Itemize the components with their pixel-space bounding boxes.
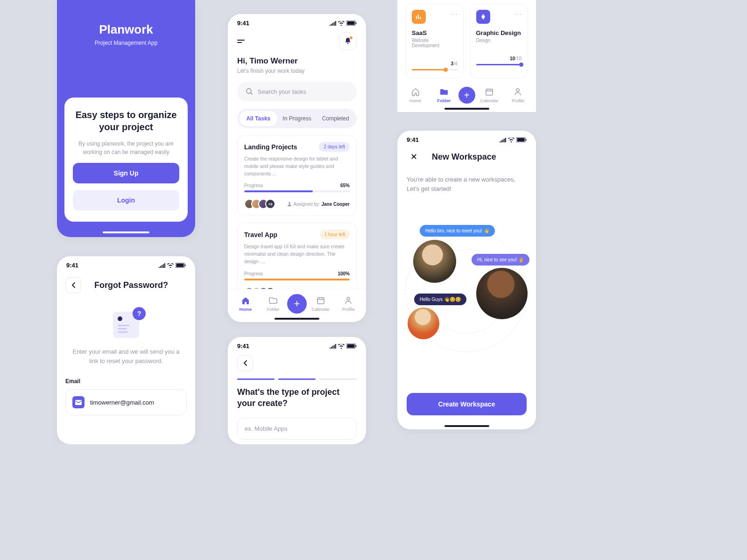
tab-completed[interactable]: Completed bbox=[317, 111, 354, 126]
status-bar: 9:41 bbox=[397, 131, 536, 147]
svg-rect-15 bbox=[486, 89, 493, 95]
home-icon bbox=[241, 296, 250, 305]
deadline-badge: 2 days left bbox=[319, 142, 350, 152]
nav-profile[interactable]: Profile bbox=[335, 296, 363, 312]
search-icon bbox=[246, 88, 253, 95]
forgot-password-screen: 9:41 Forgot Password? ? Enter your email… bbox=[57, 256, 195, 444]
search-placeholder: Search your tasks bbox=[258, 88, 306, 95]
project-type-input[interactable]: ex. Mobile Apps bbox=[237, 418, 357, 440]
svg-rect-6 bbox=[356, 22, 357, 24]
home-icon bbox=[411, 88, 420, 96]
menu-icon[interactable] bbox=[237, 40, 245, 43]
pen-icon bbox=[476, 10, 490, 24]
status-bar: 9:41 bbox=[228, 337, 366, 353]
project-card-saas[interactable]: ⋮ SaaS Website Development 3/4 bbox=[406, 4, 464, 78]
brand-block: Planwork Project Management App bbox=[57, 0, 195, 46]
card-progress bbox=[476, 64, 522, 65]
fab-add-button[interactable]: + bbox=[287, 294, 307, 314]
greeting-sub: Let's finish your work today bbox=[237, 68, 357, 74]
tab-bar: All Tasks In Progress Completed bbox=[237, 109, 357, 128]
card-title: Graphic Design bbox=[476, 29, 522, 36]
create-workspace-button[interactable]: Create Workspace bbox=[407, 393, 527, 415]
step-indicator bbox=[228, 371, 366, 380]
nav-calendar[interactable]: Calendar bbox=[307, 296, 335, 312]
avatars: +3 bbox=[244, 199, 275, 209]
nav-home[interactable]: Home bbox=[401, 88, 430, 103]
task-title: Landing Projects bbox=[244, 143, 297, 151]
close-button[interactable]: ✕ bbox=[407, 150, 421, 164]
onboard-title: Easy steps to organize your project bbox=[73, 109, 179, 133]
back-button[interactable] bbox=[237, 355, 253, 371]
card-subtitle: Website Development bbox=[412, 38, 458, 48]
task-desc: Design travel app UI Kit and make sure c… bbox=[244, 243, 350, 265]
tab-in-progress[interactable]: In Progress bbox=[278, 111, 316, 126]
brand-tagline: Project Management App bbox=[57, 40, 195, 46]
mail-icon bbox=[72, 396, 85, 408]
forgot-title: Forgot Password? bbox=[94, 280, 168, 290]
status-icons bbox=[499, 137, 527, 142]
login-button[interactable]: Login bbox=[73, 190, 179, 210]
status-bar: 9:41 bbox=[57, 256, 195, 273]
folder-icon bbox=[269, 296, 277, 305]
progress-bar bbox=[244, 190, 350, 192]
svg-point-16 bbox=[516, 89, 519, 91]
home-screen: 9:41 Hi, Timo Werner Let's finish your w… bbox=[228, 14, 366, 322]
card-subtitle: Design bbox=[476, 38, 522, 43]
email-label: Email bbox=[57, 378, 195, 385]
nav-home[interactable]: Home bbox=[232, 296, 260, 312]
home-indicator bbox=[444, 108, 489, 110]
task-title: Travel App bbox=[244, 231, 277, 238]
task-card[interactable]: Landing Projects 2 days left Create the … bbox=[237, 135, 357, 216]
chat-bubble: Hello Guys 👋😊😊 bbox=[414, 294, 466, 305]
more-icon[interactable]: ⋮ bbox=[450, 11, 458, 18]
search-input[interactable]: Search your tasks bbox=[237, 82, 357, 101]
progress-pct: 100% bbox=[338, 271, 350, 276]
nav-calendar[interactable]: Calendar bbox=[475, 88, 504, 103]
forgot-helper: Enter your email and we will send you a … bbox=[57, 347, 195, 366]
profile-icon bbox=[344, 296, 352, 305]
onboard-card: Easy steps to organize your project By u… bbox=[64, 98, 188, 222]
onboarding-screen: Planwork Project Management App Easy ste… bbox=[57, 0, 195, 237]
nav-folder[interactable]: Folder bbox=[430, 88, 458, 103]
email-field[interactable]: timowerner@gmail.com bbox=[65, 389, 187, 415]
brand-name: Planwork bbox=[57, 22, 195, 37]
bell-icon[interactable] bbox=[339, 32, 357, 50]
svg-rect-13 bbox=[347, 344, 355, 348]
more-icon[interactable]: ⋮ bbox=[514, 11, 522, 18]
email-value: timowerner@gmail.com bbox=[90, 399, 154, 406]
calendar-icon bbox=[485, 88, 493, 96]
forgot-illustration: ? bbox=[57, 312, 195, 338]
signup-button[interactable]: Sign Up bbox=[73, 163, 179, 183]
svg-rect-1 bbox=[176, 264, 184, 267]
status-icons bbox=[158, 263, 186, 268]
wizard-screen: 9:41 What's the type of project your cre… bbox=[228, 337, 366, 444]
svg-rect-10 bbox=[317, 298, 324, 304]
status-time: 9:41 bbox=[237, 20, 249, 27]
workspace-sub: You're able to create a new workspaces, … bbox=[397, 167, 536, 193]
svg-rect-14 bbox=[356, 345, 357, 347]
svg-rect-19 bbox=[526, 139, 527, 141]
wizard-question: What's the type of project your create? bbox=[228, 380, 366, 409]
status-time: 9:41 bbox=[407, 136, 419, 143]
tab-all-tasks[interactable]: All Tasks bbox=[240, 111, 277, 126]
status-time: 9:41 bbox=[66, 262, 78, 269]
fab-add-button[interactable]: + bbox=[458, 87, 475, 104]
back-button[interactable] bbox=[65, 277, 81, 293]
card-count: 3/4 bbox=[412, 61, 458, 66]
avatar bbox=[413, 240, 456, 283]
workspace-illustration: Hello bro, nice to meet you! 👋 Hi, nice … bbox=[397, 203, 536, 361]
status-icons bbox=[329, 343, 357, 349]
deadline-badge: 1 hour left bbox=[320, 230, 350, 239]
calendar-icon bbox=[317, 296, 325, 305]
chat-bubble: Hello bro, nice to meet you! 👋 bbox=[420, 225, 495, 237]
progress-bar bbox=[244, 279, 350, 280]
assigned-by: Assigned by: Jane Cooper bbox=[287, 202, 350, 207]
question-badge-icon: ? bbox=[133, 307, 146, 320]
project-card-graphic[interactable]: ⋮ Graphic Design Design 10/10 bbox=[470, 4, 528, 78]
nav-folder[interactable]: Folder bbox=[260, 296, 288, 312]
svg-rect-2 bbox=[185, 265, 186, 266]
folder-panel: ⋮ SaaS Website Development 3/4 ⋮ Graphic… bbox=[397, 0, 536, 112]
nav-profile[interactable]: Profile bbox=[504, 88, 532, 103]
progress-pct: 65% bbox=[340, 183, 350, 188]
card-title: SaaS bbox=[412, 29, 458, 36]
